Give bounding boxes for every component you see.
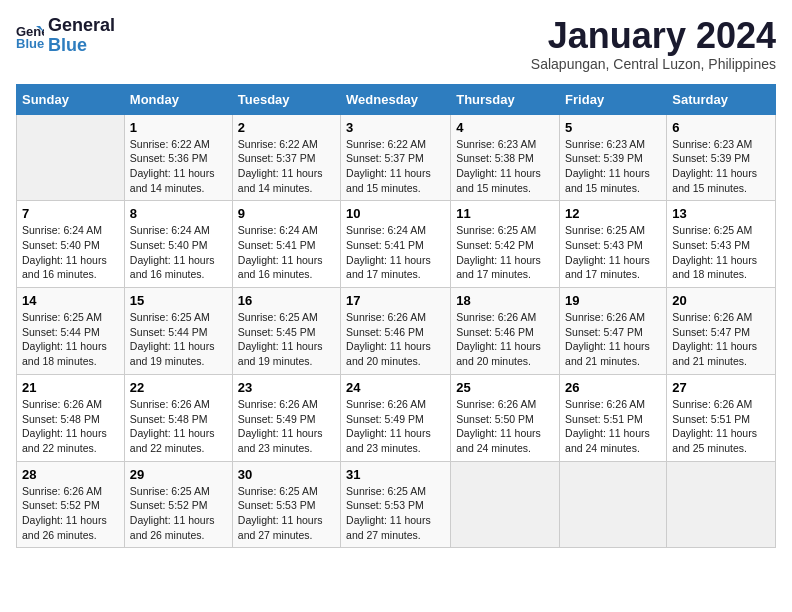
day-info: Sunrise: 6:26 AM Sunset: 5:48 PM Dayligh… xyxy=(22,397,119,456)
calendar-cell: 7Sunrise: 6:24 AM Sunset: 5:40 PM Daylig… xyxy=(17,201,125,288)
day-number: 10 xyxy=(346,206,445,221)
day-number: 3 xyxy=(346,120,445,135)
day-number: 20 xyxy=(672,293,770,308)
calendar-cell: 16Sunrise: 6:25 AM Sunset: 5:45 PM Dayli… xyxy=(232,288,340,375)
day-number: 26 xyxy=(565,380,661,395)
day-number: 24 xyxy=(346,380,445,395)
calendar-cell: 25Sunrise: 6:26 AM Sunset: 5:50 PM Dayli… xyxy=(451,374,560,461)
weekday-header-cell: Sunday xyxy=(17,84,125,114)
calendar-week-row: 1Sunrise: 6:22 AM Sunset: 5:36 PM Daylig… xyxy=(17,114,776,201)
day-info: Sunrise: 6:24 AM Sunset: 5:41 PM Dayligh… xyxy=(346,223,445,282)
day-number: 7 xyxy=(22,206,119,221)
calendar-cell: 14Sunrise: 6:25 AM Sunset: 5:44 PM Dayli… xyxy=(17,288,125,375)
calendar-cell: 4Sunrise: 6:23 AM Sunset: 5:38 PM Daylig… xyxy=(451,114,560,201)
logo-icon: General Blue xyxy=(16,22,44,50)
day-info: Sunrise: 6:26 AM Sunset: 5:46 PM Dayligh… xyxy=(456,310,554,369)
logo: General Blue General Blue xyxy=(16,16,115,56)
calendar-cell: 13Sunrise: 6:25 AM Sunset: 5:43 PM Dayli… xyxy=(667,201,776,288)
day-info: Sunrise: 6:25 AM Sunset: 5:44 PM Dayligh… xyxy=(22,310,119,369)
day-number: 5 xyxy=(565,120,661,135)
calendar-cell: 30Sunrise: 6:25 AM Sunset: 5:53 PM Dayli… xyxy=(232,461,340,548)
calendar-week-row: 14Sunrise: 6:25 AM Sunset: 5:44 PM Dayli… xyxy=(17,288,776,375)
calendar-body: 1Sunrise: 6:22 AM Sunset: 5:36 PM Daylig… xyxy=(17,114,776,548)
calendar-cell: 20Sunrise: 6:26 AM Sunset: 5:47 PM Dayli… xyxy=(667,288,776,375)
day-number: 9 xyxy=(238,206,335,221)
calendar-cell xyxy=(560,461,667,548)
day-info: Sunrise: 6:25 AM Sunset: 5:53 PM Dayligh… xyxy=(238,484,335,543)
calendar-week-row: 21Sunrise: 6:26 AM Sunset: 5:48 PM Dayli… xyxy=(17,374,776,461)
calendar-cell: 19Sunrise: 6:26 AM Sunset: 5:47 PM Dayli… xyxy=(560,288,667,375)
calendar-cell: 10Sunrise: 6:24 AM Sunset: 5:41 PM Dayli… xyxy=(341,201,451,288)
day-number: 21 xyxy=(22,380,119,395)
day-info: Sunrise: 6:25 AM Sunset: 5:42 PM Dayligh… xyxy=(456,223,554,282)
calendar-cell: 8Sunrise: 6:24 AM Sunset: 5:40 PM Daylig… xyxy=(124,201,232,288)
day-number: 16 xyxy=(238,293,335,308)
day-info: Sunrise: 6:23 AM Sunset: 5:39 PM Dayligh… xyxy=(672,137,770,196)
calendar-cell: 3Sunrise: 6:22 AM Sunset: 5:37 PM Daylig… xyxy=(341,114,451,201)
page-header: General Blue General Blue January 2024 S… xyxy=(16,16,776,72)
day-number: 30 xyxy=(238,467,335,482)
day-info: Sunrise: 6:26 AM Sunset: 5:47 PM Dayligh… xyxy=(672,310,770,369)
location-subtitle: Salapungan, Central Luzon, Philippines xyxy=(531,56,776,72)
calendar-cell: 2Sunrise: 6:22 AM Sunset: 5:37 PM Daylig… xyxy=(232,114,340,201)
weekday-header-row: SundayMondayTuesdayWednesdayThursdayFrid… xyxy=(17,84,776,114)
calendar-cell: 21Sunrise: 6:26 AM Sunset: 5:48 PM Dayli… xyxy=(17,374,125,461)
calendar-cell: 17Sunrise: 6:26 AM Sunset: 5:46 PM Dayli… xyxy=(341,288,451,375)
day-info: Sunrise: 6:26 AM Sunset: 5:52 PM Dayligh… xyxy=(22,484,119,543)
day-info: Sunrise: 6:25 AM Sunset: 5:53 PM Dayligh… xyxy=(346,484,445,543)
day-info: Sunrise: 6:22 AM Sunset: 5:37 PM Dayligh… xyxy=(238,137,335,196)
day-number: 4 xyxy=(456,120,554,135)
month-title: January 2024 xyxy=(531,16,776,56)
day-number: 11 xyxy=(456,206,554,221)
calendar-cell xyxy=(667,461,776,548)
day-info: Sunrise: 6:26 AM Sunset: 5:49 PM Dayligh… xyxy=(346,397,445,456)
calendar-cell: 18Sunrise: 6:26 AM Sunset: 5:46 PM Dayli… xyxy=(451,288,560,375)
day-number: 15 xyxy=(130,293,227,308)
weekday-header-cell: Saturday xyxy=(667,84,776,114)
day-info: Sunrise: 6:26 AM Sunset: 5:51 PM Dayligh… xyxy=(565,397,661,456)
day-number: 1 xyxy=(130,120,227,135)
day-number: 8 xyxy=(130,206,227,221)
calendar-week-row: 7Sunrise: 6:24 AM Sunset: 5:40 PM Daylig… xyxy=(17,201,776,288)
day-info: Sunrise: 6:25 AM Sunset: 5:43 PM Dayligh… xyxy=(672,223,770,282)
day-info: Sunrise: 6:26 AM Sunset: 5:48 PM Dayligh… xyxy=(130,397,227,456)
day-number: 25 xyxy=(456,380,554,395)
day-info: Sunrise: 6:26 AM Sunset: 5:47 PM Dayligh… xyxy=(565,310,661,369)
calendar-cell: 27Sunrise: 6:26 AM Sunset: 5:51 PM Dayli… xyxy=(667,374,776,461)
day-info: Sunrise: 6:23 AM Sunset: 5:39 PM Dayligh… xyxy=(565,137,661,196)
weekday-header-cell: Thursday xyxy=(451,84,560,114)
day-number: 6 xyxy=(672,120,770,135)
day-number: 29 xyxy=(130,467,227,482)
calendar-cell: 6Sunrise: 6:23 AM Sunset: 5:39 PM Daylig… xyxy=(667,114,776,201)
calendar-cell: 15Sunrise: 6:25 AM Sunset: 5:44 PM Dayli… xyxy=(124,288,232,375)
calendar-week-row: 28Sunrise: 6:26 AM Sunset: 5:52 PM Dayli… xyxy=(17,461,776,548)
calendar-cell: 24Sunrise: 6:26 AM Sunset: 5:49 PM Dayli… xyxy=(341,374,451,461)
calendar-cell: 22Sunrise: 6:26 AM Sunset: 5:48 PM Dayli… xyxy=(124,374,232,461)
day-info: Sunrise: 6:24 AM Sunset: 5:41 PM Dayligh… xyxy=(238,223,335,282)
svg-text:Blue: Blue xyxy=(16,36,44,50)
day-info: Sunrise: 6:26 AM Sunset: 5:51 PM Dayligh… xyxy=(672,397,770,456)
day-info: Sunrise: 6:25 AM Sunset: 5:45 PM Dayligh… xyxy=(238,310,335,369)
weekday-header-cell: Monday xyxy=(124,84,232,114)
calendar-cell: 23Sunrise: 6:26 AM Sunset: 5:49 PM Dayli… xyxy=(232,374,340,461)
calendar-cell: 5Sunrise: 6:23 AM Sunset: 5:39 PM Daylig… xyxy=(560,114,667,201)
day-info: Sunrise: 6:26 AM Sunset: 5:46 PM Dayligh… xyxy=(346,310,445,369)
calendar-cell: 31Sunrise: 6:25 AM Sunset: 5:53 PM Dayli… xyxy=(341,461,451,548)
logo-text: General Blue xyxy=(48,16,115,56)
calendar-cell: 26Sunrise: 6:26 AM Sunset: 5:51 PM Dayli… xyxy=(560,374,667,461)
weekday-header-cell: Tuesday xyxy=(232,84,340,114)
day-number: 17 xyxy=(346,293,445,308)
day-number: 27 xyxy=(672,380,770,395)
weekday-header-cell: Friday xyxy=(560,84,667,114)
day-number: 23 xyxy=(238,380,335,395)
weekday-header-cell: Wednesday xyxy=(341,84,451,114)
day-number: 14 xyxy=(22,293,119,308)
day-number: 2 xyxy=(238,120,335,135)
day-info: Sunrise: 6:25 AM Sunset: 5:52 PM Dayligh… xyxy=(130,484,227,543)
calendar-cell xyxy=(17,114,125,201)
calendar-cell xyxy=(451,461,560,548)
day-info: Sunrise: 6:25 AM Sunset: 5:43 PM Dayligh… xyxy=(565,223,661,282)
day-info: Sunrise: 6:26 AM Sunset: 5:49 PM Dayligh… xyxy=(238,397,335,456)
day-number: 18 xyxy=(456,293,554,308)
day-info: Sunrise: 6:23 AM Sunset: 5:38 PM Dayligh… xyxy=(456,137,554,196)
